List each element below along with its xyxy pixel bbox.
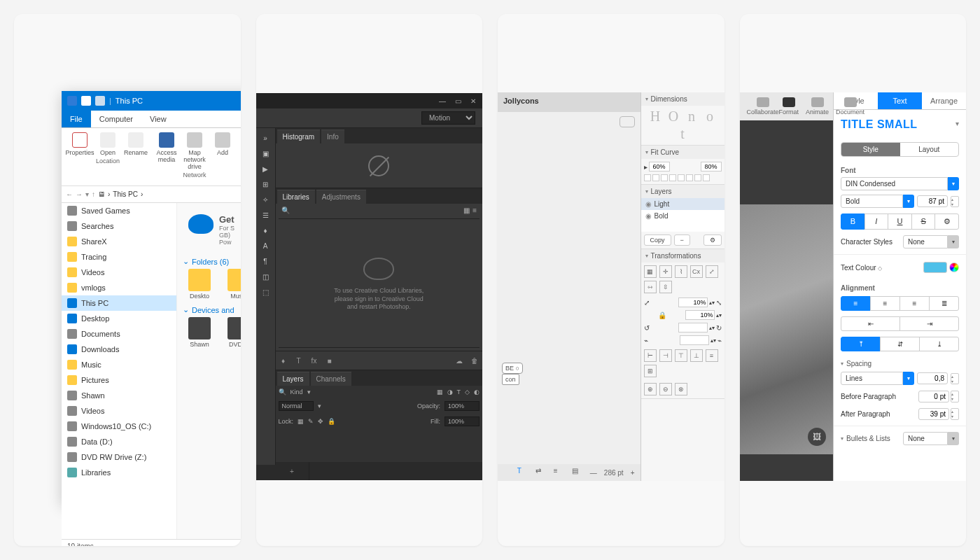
text-tool-icon[interactable]: T (517, 467, 528, 478)
sidebar-item[interactable]: This PC (62, 295, 176, 311)
grid-view-icon[interactable]: ▦ (463, 206, 470, 214)
workspace-select[interactable]: Motion (421, 111, 475, 125)
size-stepper[interactable]: ▴▾ (951, 196, 959, 207)
view-toggle[interactable] (620, 116, 635, 127)
tool-icon[interactable]: ☰ (260, 209, 271, 220)
blend-mode[interactable]: Normal (279, 401, 314, 411)
flip-h-icon[interactable]: ⇿ (644, 281, 657, 293)
sidebar-item[interactable]: Pictures (62, 372, 176, 388)
fit-end[interactable] (701, 162, 722, 172)
btn-access-media[interactable]: Access media (153, 132, 181, 170)
sidebar-item[interactable]: vmlogs (62, 280, 176, 295)
tab-file[interactable]: File (62, 111, 91, 127)
image-button[interactable]: 🖼 (808, 428, 826, 446)
wand-icon[interactable]: ✧ (260, 194, 271, 205)
before-input[interactable] (918, 391, 949, 402)
icon[interactable]: ⌁ (718, 337, 722, 344)
device-item[interactable]: Shawn (183, 317, 216, 348)
annotation[interactable]: BE ○ (502, 363, 523, 374)
device-item[interactable]: DVD R (222, 317, 241, 348)
strike-button[interactable]: S (911, 214, 936, 230)
align-center[interactable]: ≡ (870, 296, 900, 311)
color-picker-icon[interactable] (949, 262, 959, 272)
lock-icon[interactable]: ⤡ (716, 299, 722, 307)
layer-row[interactable]: ◉Bold (641, 210, 724, 222)
tab-layers[interactable]: Layers (277, 372, 309, 386)
layer-row[interactable]: ◉Light (641, 198, 724, 210)
dimension-glyph[interactable]: O (665, 108, 682, 125)
lines-input[interactable] (917, 372, 948, 384)
seg-layout[interactable]: Layout (900, 143, 959, 156)
underline-button[interactable]: U (888, 214, 912, 230)
tab-channels[interactable]: Channels (311, 372, 351, 386)
kerning-icon[interactable]: ⇄ (536, 467, 547, 478)
font-family-select[interactable]: DIN Condensed (841, 177, 948, 190)
folder-item[interactable]: Deskto (183, 269, 216, 300)
icon[interactable]: ⌁ (644, 337, 648, 344)
annotation[interactable]: con (502, 374, 519, 385)
sidebar-item[interactable]: Tracing (62, 249, 176, 265)
btn-open[interactable]: Open (94, 132, 122, 156)
devices-header[interactable]: ⌄Devices and (183, 305, 241, 314)
rotate-ccw-icon[interactable]: ↺ (644, 324, 650, 332)
list-icon[interactable]: ▤ (572, 467, 583, 478)
sidebar-item[interactable]: Searches (62, 218, 176, 234)
sidebar-item[interactable]: ShareX (62, 234, 176, 249)
sidebar-item[interactable]: Videos (62, 403, 176, 419)
btn-add[interactable]: Add (209, 132, 237, 170)
nav-fwd[interactable]: → (76, 190, 83, 198)
breadcrumb[interactable]: This PC (113, 190, 138, 198)
tab-adjustments[interactable]: Adjustments (316, 190, 366, 204)
document-button[interactable]: Document (836, 97, 864, 115)
arrow-icon[interactable]: » (260, 132, 271, 144)
dimension-glyph[interactable]: o (701, 108, 718, 125)
trash-icon[interactable]: 🗑 (470, 356, 479, 365)
bullets-select[interactable]: None (903, 432, 948, 445)
format-button[interactable]: Format (779, 97, 799, 115)
minimize-icon[interactable]: — (438, 96, 447, 106)
folders-header[interactable]: ⌄Folders (6) (183, 257, 241, 266)
canvas[interactable]: Jollycons BE ○ con T ⇄ ≡ ▤ — 286 pt + (498, 92, 640, 481)
valign-top[interactable]: ⤒ (841, 337, 881, 351)
content-pane[interactable]: Get For S GB) Pow ⌄Folders (6) Deskto Mu… (177, 203, 241, 539)
bool-icon[interactable]: ⊕ (644, 383, 657, 396)
chevron-down-icon[interactable]: ▾ (948, 177, 959, 190)
titlebar[interactable]: | This PC (62, 91, 241, 111)
align-right[interactable]: ≡ (899, 296, 930, 311)
sidebar-item[interactable]: Windows10_OS (C:) (62, 419, 176, 434)
tab-histogram[interactable]: Histogram (277, 130, 321, 144)
lock-icon[interactable]: ▦ (298, 418, 304, 425)
btn-properties[interactable]: Properties (66, 132, 94, 156)
slide-canvas[interactable]: Collaborate Format Animate Document 🖼 (740, 92, 834, 481)
sidebar-item[interactable]: Saved Games (62, 203, 176, 218)
tab-text[interactable]: Text (878, 92, 922, 109)
dimension-glyph[interactable]: H (647, 108, 664, 125)
tab-computer[interactable]: Computer (91, 111, 141, 127)
fit-start[interactable] (649, 162, 670, 172)
cloud-icon[interactable]: ☁ (454, 356, 464, 365)
grid-icon[interactable]: ▦ (644, 265, 657, 278)
type-icon[interactable]: A (260, 240, 271, 251)
animate-button[interactable]: Animate (806, 97, 829, 115)
target-icon[interactable]: ✛ (659, 265, 672, 278)
lock-icon[interactable]: ✥ (318, 418, 323, 425)
chevron-down-icon[interactable]: ▾ (955, 120, 959, 127)
tab-info[interactable]: Info (321, 130, 344, 144)
seg-style[interactable]: Style (841, 143, 900, 156)
nav-back[interactable]: ← (66, 190, 73, 198)
btn-rename[interactable]: Rename (122, 132, 150, 156)
cube-icon[interactable]: ⬚ (260, 286, 271, 298)
sidebar-item[interactable]: Desktop (62, 311, 176, 326)
align-justify[interactable]: ≣ (929, 296, 959, 311)
tool-icon[interactable]: ♦ (260, 225, 271, 236)
sidebar-item[interactable]: Downloads (62, 342, 176, 357)
para-icon[interactable]: ¶ (260, 255, 271, 267)
rotate-cw-icon[interactable]: ↻ (716, 324, 722, 332)
search-icon[interactable]: 🔍 (281, 206, 290, 214)
tab-arrange[interactable]: Arrange (922, 92, 966, 109)
nav-up[interactable]: ↑ (92, 190, 95, 198)
gear-icon[interactable]: ⚙ (704, 234, 722, 246)
opacity-input[interactable]: 100% (444, 401, 479, 411)
type-icon[interactable]: T (294, 356, 304, 365)
sidebar-item[interactable]: DVD RW Drive (Z:) (62, 449, 176, 465)
